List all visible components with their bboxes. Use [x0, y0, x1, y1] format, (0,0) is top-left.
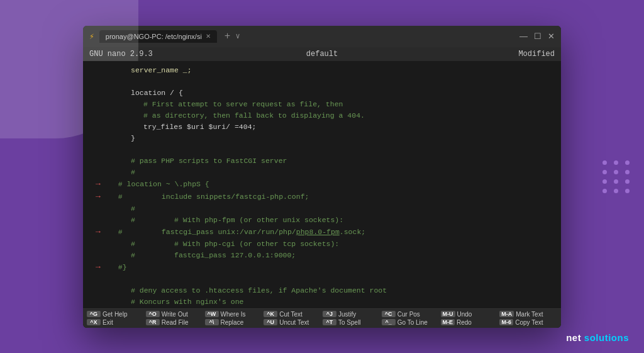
shortcut-cut-text[interactable]: ^K Cut Text	[264, 311, 321, 318]
shortcut-undo[interactable]: M-U Undo	[441, 311, 499, 318]
code-line	[83, 274, 561, 285]
label-cut-text: Cut Text	[279, 311, 303, 318]
title-bar: ⚡ pronay@NGO-PC: /etc/nginx/si ✕ + ∨ — ☐…	[83, 26, 561, 47]
key-ctrl-t: ^T	[323, 319, 336, 325]
close-button[interactable]: ✕	[548, 31, 555, 41]
tab-close-icon[interactable]: ✕	[206, 33, 211, 40]
shortcut-write-out[interactable]: ^O Write Out	[146, 311, 204, 318]
nano-modified: Modified	[399, 50, 555, 59]
shortcut-cur-pos[interactable]: ^C Cur Pos	[382, 311, 440, 318]
label-cur-pos: Cur Pos	[397, 311, 420, 318]
label-replace: Replace	[221, 319, 244, 326]
key-ctrl-underscore: ^_	[382, 319, 396, 325]
code-line	[83, 76, 561, 87]
shortcut-read-file[interactable]: ^R Read File	[146, 319, 204, 326]
code-line: try_files $uri $uri/ =404;	[83, 121, 561, 133]
code-line: → #}	[83, 261, 561, 274]
window-controls: — ☐ ✕	[519, 31, 555, 41]
code-line: }	[83, 133, 561, 144]
brand-highlight: solutions	[584, 332, 629, 343]
shortcut-to-spell[interactable]: ^T To Spell	[323, 319, 380, 326]
shortcut-uncut-text[interactable]: ^U Uncut Text	[264, 319, 321, 326]
minimize-button[interactable]: —	[519, 31, 528, 41]
key-ctrl-w: ^W	[205, 311, 219, 317]
arrow-icon: →	[96, 226, 101, 238]
shortcut-go-to-line[interactable]: ^_ Go To Line	[382, 319, 440, 326]
code-line: #	[83, 167, 561, 178]
label-exit: Exit	[103, 319, 113, 326]
terminal-window: ⚡ pronay@NGO-PC: /etc/nginx/si ✕ + ∨ — ☐…	[83, 26, 561, 328]
code-line: # deny access to .htaccess files, if Apa…	[83, 285, 561, 296]
key-ctrl-j: ^J	[323, 311, 336, 317]
code-line: → # fastcgi_pass unix:/var/run/php/php8.…	[83, 226, 561, 238]
label-read-file: Read File	[162, 319, 189, 326]
code-line: location / {	[83, 87, 561, 99]
dots-right	[602, 160, 631, 193]
new-tab-button[interactable]: +	[225, 31, 231, 42]
maximize-button[interactable]: ☐	[534, 31, 541, 41]
arrow-icon: →	[96, 261, 101, 274]
shortcut-col-2: ^O Write Out ^R Read File	[146, 311, 204, 326]
shortcut-col-3: ^W Where Is ^\ Replace	[205, 311, 263, 326]
shortcut-col-6: ^C Cur Pos ^_ Go To Line	[382, 311, 440, 326]
shortcut-justify[interactable]: ^J Justify	[323, 311, 380, 318]
arrow-icon: →	[96, 178, 101, 191]
shortcut-copy-text[interactable]: M-6 Copy Text	[499, 319, 557, 326]
code-line: → # include snippets/fastcgi-php.conf;	[83, 191, 561, 203]
brand-logo: net solutions	[566, 332, 629, 343]
key-ctrl-backslash: ^\	[205, 319, 219, 325]
shortcut-exit[interactable]: ^X Exit	[87, 319, 145, 326]
key-ctrl-k: ^K	[264, 311, 277, 317]
key-m-a: M-A	[499, 311, 514, 317]
label-undo: Undo	[457, 311, 472, 318]
code-line: # # With php-fpm (or other unix sockets)…	[83, 215, 561, 226]
label-get-help: Get Help	[103, 311, 127, 318]
code-line: # First attempt to serve request as file…	[83, 99, 561, 110]
code-line: → # location ~ \.phpS {	[83, 178, 561, 191]
key-m-6: M-6	[499, 319, 513, 325]
label-write-out: Write Out	[162, 311, 188, 318]
code-line: # as directory, then fall back to displa…	[83, 110, 561, 121]
key-ctrl-u: ^U	[264, 319, 277, 325]
shortcut-col-8: M-A Mark Text M-6 Copy Text	[499, 311, 557, 326]
code-line: #	[83, 203, 561, 215]
arrow-icon: →	[96, 191, 101, 203]
key-m-u: M-U	[441, 311, 455, 317]
label-copy-text: Copy Text	[515, 319, 543, 326]
key-ctrl-x: ^X	[87, 319, 101, 325]
label-mark-text: Mark Text	[516, 311, 543, 318]
shortcut-mark-text[interactable]: M-A Mark Text	[499, 311, 557, 318]
key-ctrl-r: ^R	[146, 319, 160, 325]
shortcut-col-5: ^J Justify ^T To Spell	[323, 311, 380, 326]
shortcut-redo[interactable]: M-E Redo	[441, 319, 499, 326]
chevron-down-icon[interactable]: ∨	[235, 31, 240, 41]
key-ctrl-o: ^O	[146, 311, 160, 317]
code-line: # Koncurs with nginx's one	[83, 296, 561, 308]
label-to-spell: To Spell	[338, 319, 361, 326]
nano-filename: default	[245, 50, 400, 59]
shortcut-col-4: ^K Cut Text ^U Uncut Text	[264, 311, 321, 326]
shortcut-get-help[interactable]: ^G Get Help	[87, 311, 145, 318]
nano-status-bar: GNU nano 2.9.3 default Modified	[83, 47, 561, 61]
key-m-e: M-E	[441, 319, 455, 325]
label-where-is: Where Is	[221, 311, 246, 318]
label-justify: Justify	[338, 311, 356, 318]
code-line: # fastcgi_pass 127.0.0.1:9000;	[83, 250, 561, 261]
shortcut-col-1: ^G Get Help ^X Exit	[87, 311, 145, 326]
code-line: # pass PHP scripts to FastCGI server	[83, 155, 561, 167]
shortcut-where-is[interactable]: ^W Where Is	[205, 311, 263, 318]
label-uncut-text: Uncut Text	[279, 319, 309, 326]
shortcut-replace[interactable]: ^\ Replace	[205, 319, 263, 326]
key-ctrl-g: ^G	[87, 311, 101, 317]
code-line: # # With php-cgi (or other tcp sockets):	[83, 238, 561, 250]
label-redo: Redo	[457, 319, 472, 326]
key-ctrl-c: ^C	[382, 311, 396, 317]
shortcut-bar: ^G Get Help ^X Exit ^O Write Out ^R Read…	[83, 308, 561, 328]
editor-area[interactable]: server_name _; location / { # First atte…	[83, 61, 561, 308]
label-go-to-line: Go To Line	[397, 319, 428, 326]
code-line: server_name _;	[83, 65, 561, 76]
code-line	[83, 144, 561, 155]
shortcut-col-7: M-U Undo M-E Redo	[441, 311, 499, 326]
